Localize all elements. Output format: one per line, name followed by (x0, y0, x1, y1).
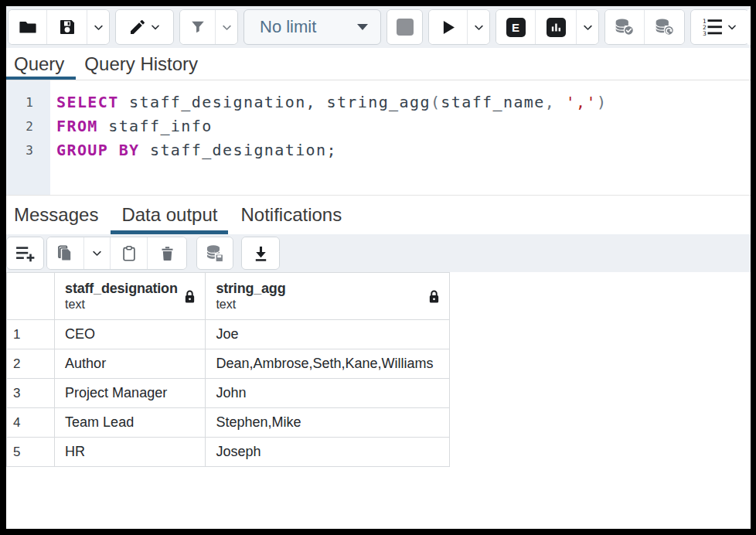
column-type: text (65, 298, 178, 312)
line-number: 1 (6, 90, 50, 114)
row-number-cell[interactable]: 4 (7, 408, 55, 438)
commit-button[interactable] (605, 10, 645, 44)
data-cell[interactable]: Team Lead (55, 408, 206, 438)
table-row: 1CEOJoe (7, 320, 450, 349)
results-area: staff_designation text string_agg text (6, 272, 751, 529)
code-line[interactable]: GROUP BY staff_designation; (56, 138, 607, 162)
column-name: string_agg (216, 281, 285, 297)
explain-options-dropdown[interactable] (577, 10, 598, 44)
chevron-down-icon (91, 247, 103, 259)
open-file-button[interactable] (9, 10, 47, 44)
file-button-group (8, 9, 110, 45)
data-cell[interactable]: Dean,Ambrose,Seth,Kane,Williams (206, 349, 450, 379)
tab-query-history[interactable]: Query History (76, 48, 209, 80)
row-limit-select[interactable]: No limit (243, 9, 381, 45)
filter-button[interactable] (180, 10, 216, 44)
explain-analyze-button[interactable] (536, 10, 577, 44)
tab-notifications[interactable]: Notifications (228, 196, 354, 234)
row-number-cell[interactable]: 5 (7, 438, 55, 467)
editor-gutter: 123 (6, 80, 50, 195)
table-row: 3Project ManagerJohn (7, 379, 450, 408)
transaction-button-group (604, 9, 685, 45)
save-data-group (196, 237, 233, 270)
explain-button-group: E (495, 9, 599, 45)
sql-editor[interactable]: 123 SELECT staff_designation, string_agg… (6, 80, 751, 196)
row-number-header[interactable] (7, 273, 55, 320)
output-tab-bar: Messages Data output Notifications (6, 196, 751, 234)
tab-data-output[interactable]: Data output (111, 196, 228, 234)
editor-code[interactable]: SELECT staff_designation, string_agg(sta… (50, 80, 607, 195)
stop-button-group (387, 9, 423, 45)
add-row-button[interactable] (7, 237, 43, 269)
code-token: , (545, 93, 555, 111)
tab-query-history-label: Query History (84, 53, 198, 75)
query-tab-bar: Query Query History (6, 48, 751, 80)
edit-button[interactable] (116, 10, 173, 44)
delete-row-button[interactable] (148, 237, 186, 269)
code-token: SELECT (56, 93, 119, 111)
commit-icon (614, 17, 635, 37)
row-number-cell[interactable]: 2 (7, 349, 55, 379)
code-line[interactable]: SELECT staff_designation, string_agg(sta… (56, 90, 607, 114)
download-results-button[interactable] (242, 237, 279, 269)
edit-data-group (46, 237, 187, 270)
data-cell[interactable]: Joseph (206, 438, 450, 467)
execute-options-dropdown[interactable] (468, 10, 489, 44)
code-token (555, 93, 565, 111)
column-type: text (216, 298, 285, 312)
column-header-staff-designation[interactable]: staff_designation text (55, 273, 206, 320)
add-row-group (6, 237, 44, 270)
code-token: staff_info (98, 117, 213, 135)
stop-button[interactable] (387, 10, 422, 44)
macro-button-group: 1 2 3 (690, 9, 749, 45)
rollback-button[interactable] (645, 10, 684, 44)
execute-button[interactable] (429, 10, 468, 44)
data-cell[interactable]: Joe (206, 320, 450, 349)
save-icon (58, 18, 77, 36)
folder-icon (18, 17, 38, 37)
filter-button-group (179, 9, 238, 45)
data-cell[interactable]: Author (55, 349, 206, 379)
table-row: 4Team LeadStephen,Mike (7, 408, 450, 438)
tab-messages[interactable]: Messages (6, 196, 111, 234)
main-toolbar: No limit E (6, 6, 751, 48)
table-row: 5HRJoseph (7, 438, 450, 467)
tab-query[interactable]: Query (6, 48, 76, 80)
code-line[interactable]: FROM staff_info (56, 114, 607, 138)
save-data-changes-button[interactable] (197, 237, 233, 269)
data-cell[interactable]: Stephen,Mike (206, 408, 450, 438)
caret-down-icon (357, 24, 368, 30)
macros-button[interactable]: 1 2 3 (691, 10, 748, 44)
data-cell[interactable]: Project Manager (55, 379, 206, 408)
column-header-string-agg[interactable]: string_agg text (206, 273, 450, 320)
data-cell[interactable]: John (206, 379, 450, 408)
code-token: ( (431, 93, 441, 111)
tab-query-label: Query (14, 53, 64, 75)
stop-icon (397, 19, 414, 36)
copy-options-dropdown[interactable] (84, 237, 111, 269)
line-number: 2 (6, 114, 50, 138)
copy-icon (56, 244, 74, 262)
save-button[interactable] (47, 10, 87, 44)
row-number-cell[interactable]: 1 (7, 320, 55, 349)
save-options-dropdown[interactable] (87, 10, 109, 44)
code-token: ',' (566, 93, 597, 111)
explain-button[interactable]: E (496, 10, 536, 44)
copy-button[interactable] (47, 237, 84, 269)
pencil-icon (128, 18, 147, 36)
filter-options-dropdown[interactable] (216, 10, 237, 44)
rollback-icon (654, 17, 676, 37)
chevron-down-icon (727, 22, 737, 32)
explain-analyze-icon (547, 18, 566, 37)
chevron-down-icon (473, 22, 485, 33)
data-cell[interactable]: CEO (55, 320, 206, 349)
execute-button-group (428, 9, 490, 45)
data-cell[interactable]: HR (55, 438, 206, 467)
column-name: staff_designation (65, 281, 178, 297)
numbered-list-icon: 1 2 3 (703, 18, 723, 36)
paste-button[interactable] (111, 237, 148, 269)
chevron-down-icon (221, 22, 233, 33)
row-number-cell[interactable]: 3 (7, 379, 55, 408)
trash-icon (159, 245, 175, 262)
code-token: FROM (56, 117, 98, 135)
